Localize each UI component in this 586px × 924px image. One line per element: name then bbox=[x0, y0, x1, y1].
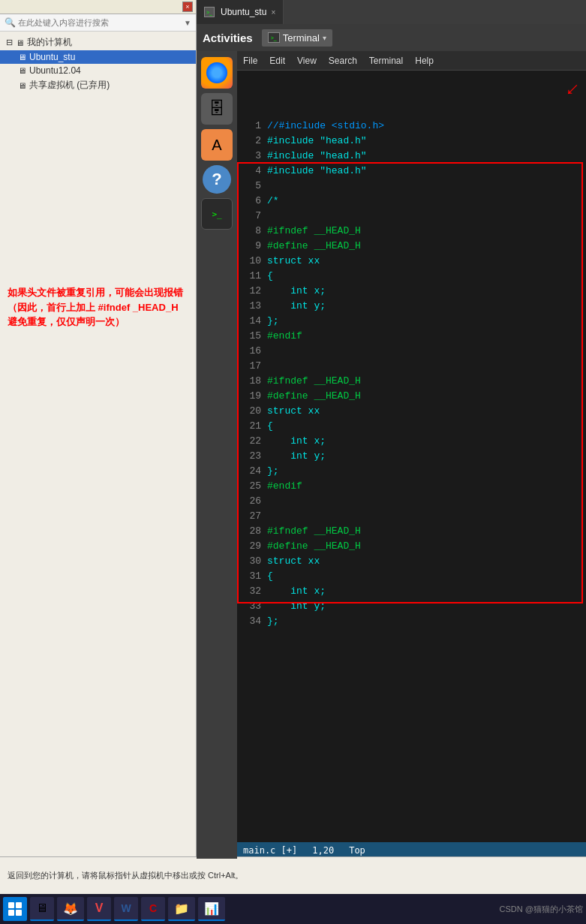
help-icon[interactable]: ? bbox=[203, 165, 231, 194]
code-line-28: 28#ifndef __HEAD_H bbox=[237, 524, 586, 539]
tree-item-shared-vm[interactable]: 🖥 共享虚拟机 (已弃用) bbox=[0, 77, 196, 93]
line-number: 33 bbox=[240, 599, 261, 614]
tab-close-icon[interactable]: × bbox=[271, 8, 275, 17]
line-number: 8 bbox=[240, 224, 261, 239]
line-number: 9 bbox=[240, 239, 261, 254]
code-line-18: 18#ifndef __HEAD_H bbox=[237, 374, 586, 389]
terminal-small-icon: >_ bbox=[268, 32, 280, 43]
line-content: #ifndef __HEAD_H bbox=[267, 524, 361, 539]
line-content bbox=[267, 344, 273, 359]
tree-item-ubuntu12[interactable]: 🖥 Ubuntu12.04 bbox=[0, 64, 196, 77]
ubuntu-software-icon[interactable]: A bbox=[201, 129, 233, 161]
line-content: int x; bbox=[267, 434, 326, 449]
line-content: int x; bbox=[267, 284, 326, 299]
tree-expand-icon: ⊟ bbox=[6, 38, 13, 47]
terminal-filemenu: File Edit View Search Terminal Help bbox=[237, 51, 586, 71]
bottom-status-bar: 返回到您的计算机，请将鼠标指针从虚拟机中移出或按 Ctrl+Alt。 bbox=[0, 856, 586, 894]
line-content: #endif bbox=[267, 329, 302, 344]
line-content: { bbox=[267, 569, 273, 584]
terminal-content: File Edit View Search Terminal Help 1//#… bbox=[237, 51, 586, 859]
line-number: 28 bbox=[240, 524, 261, 539]
code-line-7: 7 bbox=[237, 209, 586, 224]
shared-vm-icon: 🖥 bbox=[18, 81, 26, 90]
line-number: 31 bbox=[240, 569, 261, 584]
files-icon[interactable]: 🗄 bbox=[201, 93, 233, 125]
menu-terminal[interactable]: Terminal bbox=[369, 56, 403, 66]
taskbar-excel[interactable]: 📊 bbox=[198, 897, 225, 921]
line-content: #ifndef __HEAD_H bbox=[267, 224, 361, 239]
line-number: 25 bbox=[240, 479, 261, 494]
line-number: 15 bbox=[240, 329, 261, 344]
search-input[interactable] bbox=[18, 18, 184, 27]
code-line-22: 22 int x; bbox=[237, 434, 586, 449]
code-line-32: 32 int x; bbox=[237, 584, 586, 599]
tree-label-my-computer: 我的计算机 bbox=[27, 36, 72, 49]
line-content: #define __HEAD_H bbox=[267, 389, 361, 404]
code-line-21: 21{ bbox=[237, 419, 586, 434]
line-number: 13 bbox=[240, 299, 261, 314]
files-icon-glyph: 🗄 bbox=[209, 99, 225, 119]
code-line-13: 13 int y; bbox=[237, 299, 586, 314]
code-line-4: 4#include "head.h" bbox=[237, 164, 586, 179]
tree-label-ubuntu-stu: Ubuntu_stu bbox=[29, 52, 75, 62]
line-number: 32 bbox=[240, 584, 261, 599]
line-content: { bbox=[267, 419, 273, 434]
menu-view[interactable]: View bbox=[297, 56, 317, 66]
menu-search[interactable]: Search bbox=[329, 56, 357, 66]
menu-edit[interactable]: Edit bbox=[269, 56, 285, 66]
line-number: 17 bbox=[240, 359, 261, 374]
line-number: 4 bbox=[240, 164, 261, 179]
menu-help[interactable]: Help bbox=[415, 56, 434, 66]
watermark: CSDN @猫猫的小茶馆 bbox=[500, 904, 583, 915]
terminal-menu[interactable]: >_ Terminal ▾ bbox=[262, 29, 332, 47]
code-lines: 1//#include <stdio.h>2#include "head.h"3… bbox=[237, 71, 586, 632]
code-line-31: 31{ bbox=[237, 569, 586, 584]
line-content: #include "head.h" bbox=[267, 164, 367, 179]
ubuntu-menubar: Activities >_ Terminal ▾ bbox=[197, 24, 586, 51]
code-line-27: 27 bbox=[237, 509, 586, 524]
close-button[interactable]: × bbox=[182, 2, 193, 12]
code-line-23: 23 int y; bbox=[237, 449, 586, 464]
ubuntu-vm-panel: >_ Ubuntu_stu × Activities >_ Terminal ▾… bbox=[197, 0, 586, 886]
line-number: 2 bbox=[240, 134, 261, 149]
tab-ubuntu-stu[interactable]: >_ Ubuntu_stu × bbox=[197, 0, 284, 24]
taskbar-word[interactable]: W bbox=[114, 897, 138, 921]
activities-button[interactable]: Activities bbox=[203, 32, 253, 44]
taskbar-antivirus[interactable]: V bbox=[87, 897, 111, 921]
line-content: /* bbox=[267, 194, 279, 209]
line-content: }; bbox=[267, 464, 279, 479]
taskbar-explorer[interactable]: 📁 bbox=[168, 897, 195, 921]
annotation: 如果头文件被重复引用，可能会出现报错（因此，首行上加上 #ifndef _HEA… bbox=[8, 285, 188, 330]
line-number: 21 bbox=[240, 419, 261, 434]
firefox-icon[interactable] bbox=[201, 57, 233, 89]
code-area[interactable]: 1//#include <stdio.h>2#include "head.h"3… bbox=[237, 71, 586, 632]
menu-file[interactable]: File bbox=[243, 56, 257, 66]
line-number: 34 bbox=[240, 614, 261, 629]
tree-item-ubuntu-stu[interactable]: 🖥 Ubuntu_stu bbox=[0, 50, 196, 64]
tree-item-my-computer[interactable]: ⊟ 🖥 我的计算机 bbox=[0, 35, 196, 50]
line-number: 16 bbox=[240, 344, 261, 359]
search-arrow-icon[interactable]: ▼ bbox=[184, 19, 191, 27]
line-content bbox=[267, 179, 273, 194]
line-number: 5 bbox=[240, 179, 261, 194]
computer-icon: 🖥 bbox=[16, 38, 24, 47]
line-content: #include "head.h" bbox=[267, 134, 367, 149]
start-button[interactable] bbox=[3, 897, 27, 921]
panel-top-bar: × bbox=[0, 0, 196, 14]
code-line-6: 6/* bbox=[237, 194, 586, 209]
code-line-20: 20struct xx bbox=[237, 404, 586, 419]
code-line-17: 17 bbox=[237, 359, 586, 374]
line-content: struct xx bbox=[267, 404, 320, 419]
terminal-glyph: >_ bbox=[212, 209, 221, 219]
line-number: 20 bbox=[240, 404, 261, 419]
code-line-12: 12 int x; bbox=[237, 284, 586, 299]
taskbar-csdn[interactable]: C bbox=[141, 897, 165, 921]
firefox-taskbar-icon: 🦊 bbox=[63, 901, 78, 916]
code-line-9: 9#define __HEAD_H bbox=[237, 239, 586, 254]
line-content: { bbox=[267, 269, 273, 284]
terminal-sidebar-icon[interactable]: >_ bbox=[201, 198, 233, 230]
vm-icon: 🖥 bbox=[18, 53, 26, 62]
taskbar-firefox[interactable]: 🦊 bbox=[57, 897, 84, 921]
excel-icon: 📊 bbox=[204, 901, 219, 916]
taskbar-vmware[interactable]: 🖥 bbox=[30, 897, 54, 921]
